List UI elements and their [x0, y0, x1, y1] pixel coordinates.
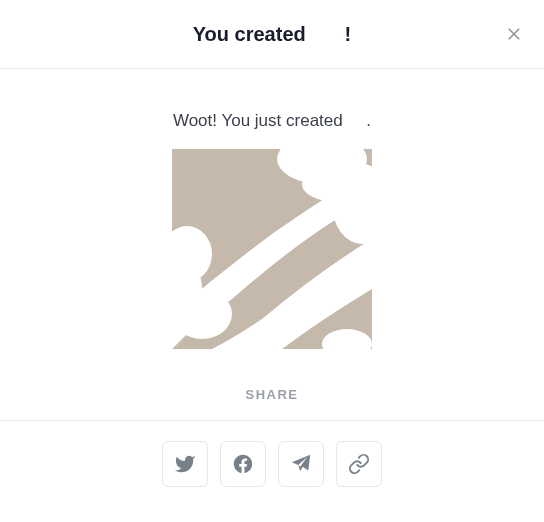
link-icon	[348, 453, 370, 475]
modal-header: You created !	[0, 0, 544, 69]
modal-body: Woot! You just created . SHARE	[0, 69, 544, 522]
subtitle-text: Woot! You just created .	[173, 111, 371, 131]
close-icon	[505, 25, 523, 43]
preview-artwork	[172, 149, 372, 349]
share-label: SHARE	[245, 387, 298, 402]
divider	[0, 420, 544, 421]
share-row	[162, 441, 382, 487]
share-link-button[interactable]	[336, 441, 382, 487]
share-telegram-button[interactable]	[278, 441, 324, 487]
preview-image	[172, 149, 372, 349]
twitter-icon	[174, 453, 196, 475]
close-button[interactable]	[502, 22, 526, 46]
facebook-icon	[232, 453, 254, 475]
created-modal: You created ! Woot! You just created .	[0, 0, 544, 522]
share-twitter-button[interactable]	[162, 441, 208, 487]
share-facebook-button[interactable]	[220, 441, 266, 487]
modal-title: You created !	[193, 23, 352, 46]
share-section: SHARE	[0, 387, 544, 487]
telegram-icon	[290, 453, 312, 475]
